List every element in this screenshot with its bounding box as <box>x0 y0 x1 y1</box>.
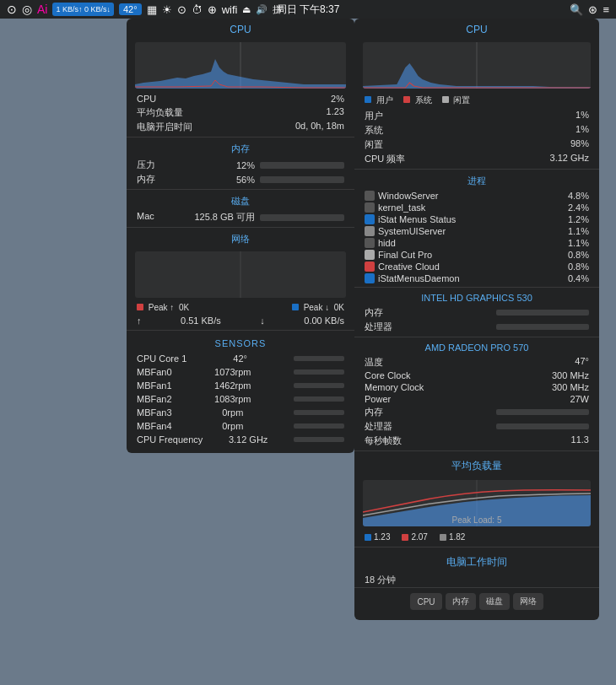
cc-proc-icon <box>365 262 375 272</box>
right-idle-row: 闲置 98% <box>354 138 599 152</box>
process-name-istat: iStat Menus Status <box>365 214 456 224</box>
load-legend-item-2: 1.82 <box>440 532 465 542</box>
uptime-label: 电脑开启时间 <box>137 121 192 133</box>
load-legend-item-1: 2.07 <box>402 532 427 542</box>
process-row-hidd: hidd 1.1% <box>354 237 599 249</box>
process-name-cc: Creative Cloud <box>365 262 440 272</box>
peak-up-value: 0K <box>179 303 189 312</box>
process-value-fcp: 0.8% <box>568 250 589 260</box>
siri-icon[interactable]: ⊛ <box>588 3 597 16</box>
right-sys-row: 系统 1% <box>354 123 599 138</box>
notification-icon[interactable]: ≡ <box>602 3 609 16</box>
menu-icon-1[interactable]: ▦ <box>147 3 157 16</box>
uptime-row: 电脑开启时间 0d, 0h, 18m <box>127 120 354 134</box>
toolbar-btn-memory[interactable]: 内存 <box>446 593 476 610</box>
disk-label: Mac <box>137 211 154 224</box>
activity-icon[interactable]: ◎ <box>22 3 32 16</box>
sensor-row-mbfan4: MBFan4 0rpm <box>127 419 354 433</box>
search-icon[interactable]: 🔍 <box>570 3 583 16</box>
wifi-icon[interactable]: wifi <box>222 3 238 16</box>
sensor-name-mbfan2: MBFan2 <box>137 394 172 404</box>
istatd-icon <box>365 273 375 283</box>
toolbar-btn-network[interactable]: 网络 <box>513 593 543 610</box>
memory-value: 56% <box>236 175 255 185</box>
disk-bar-bg <box>260 214 344 221</box>
net-up-label: ↑ <box>137 316 142 326</box>
sensor-name-mbfan3: MBFan3 <box>137 407 172 418</box>
load-title: 平均负载量 <box>354 454 599 477</box>
sensor-row-mbfan3: MBFan3 0rpm <box>127 406 354 419</box>
windowserver-icon <box>365 191 375 201</box>
sensor-row-cpu-core1: CPU Core 1 42° <box>127 352 354 365</box>
toolbar-btn-disk[interactable]: 磁盘 <box>479 593 510 610</box>
user-legend: 用户 <box>365 94 393 106</box>
peak-label: Peak Load: 5 <box>452 515 502 525</box>
sensor-value-mbfan0: 1073rpm <box>214 367 251 377</box>
sensor-name-cpu-freq: CPU Frequency <box>137 434 203 445</box>
sensor-name-mbfan0: MBFan0 <box>137 367 172 377</box>
menu-icon-4[interactable]: ⏱ <box>192 3 203 16</box>
amd-cpu-row: 处理器 <box>354 419 599 434</box>
eject-icon[interactable]: ⏏ <box>242 4 251 15</box>
memory-row-label: 内存 <box>137 173 155 186</box>
process-name-sysui: SystemUIServer <box>365 226 446 236</box>
fps-row: 每秒帧数 11.3 <box>354 434 599 448</box>
sensor-value-mbfan1: 1462rpm <box>214 380 251 391</box>
uptime-section-title: 电脑工作时间 <box>354 550 599 573</box>
process-name-windowserver: WindowServer <box>365 191 439 201</box>
process-row-cc: Creative Cloud 0.8% <box>354 261 599 272</box>
cc-icon[interactable]: Ai <box>37 3 47 16</box>
toolbar-btn-cpu[interactable]: CPU <box>410 593 441 610</box>
idle-legend: 闲置 <box>442 94 471 106</box>
intel-mem-label: 内存 <box>365 306 383 319</box>
cpu-chart-right <box>363 42 591 89</box>
uptime-display-row: 18 分钟 <box>354 573 599 587</box>
menu-icon-5[interactable]: ⊕ <box>208 3 217 16</box>
right-cpu-title: CPU <box>354 19 599 39</box>
sensor-row-cpu-freq: CPU Frequency 3.12 GHz <box>127 433 354 446</box>
process-name-fcp: Final Cut Pro <box>365 250 432 260</box>
volume-icon[interactable]: 🔊 <box>256 4 267 15</box>
istat-icon[interactable]: ⊙ <box>7 3 17 16</box>
process-value-istat: 1.2% <box>568 214 589 224</box>
sensor-name-mbfan1: MBFan1 <box>137 380 172 391</box>
pressure-value: 12% <box>236 160 255 170</box>
process-row-windowserver: WindowServer 4.8% <box>354 190 599 202</box>
process-value-hidd: 1.1% <box>568 238 589 248</box>
pressure-label: 压力 <box>137 159 155 171</box>
menubar-left: ⊙ ◎ Ai 1 KB/s↑ 0 KB/s↓ 42° ▦ ☀ ⊙ ⏱ ⊕ wif… <box>7 3 282 16</box>
sensor-bar-bg-mbfan1 <box>294 383 344 388</box>
menu-icon-3[interactable]: ⊙ <box>177 3 186 16</box>
process-name-hidd: hidd <box>365 238 396 248</box>
right-user-value: 1% <box>575 110 589 122</box>
disk-title: 磁盘 <box>127 192 354 210</box>
disk-value: 125.8 GB 可用 <box>194 211 255 224</box>
net-up-value: 0.51 KB/s <box>181 316 221 326</box>
sensors-title: SENSORS <box>127 333 354 352</box>
temp-badge[interactable]: 42° <box>119 3 142 15</box>
net-stat-text: 1 KB/s↑ 0 KB/s↓ <box>56 3 111 15</box>
mem-clock-label: Memory Clock <box>365 382 424 392</box>
hidd-icon <box>365 238 375 248</box>
network-stat-badge[interactable]: 1 KB/s↑ 0 KB/s↓ <box>52 3 114 16</box>
sys-legend: 系统 <box>403 94 432 106</box>
cc-label: Creative Cloud <box>378 262 440 272</box>
load-color-2 <box>440 534 446 541</box>
fps-label: 每秒帧数 <box>365 434 402 447</box>
right-user-row: 用户 1% <box>354 109 599 123</box>
net-down-value: 0.00 KB/s <box>304 316 344 326</box>
peak-up-dot <box>137 304 143 310</box>
process-value-cc: 0.8% <box>568 262 589 272</box>
net-stat-row: ↑ 0.51 KB/s ↓ 0.00 KB/s <box>127 314 354 327</box>
menu-icon-2[interactable]: ☀ <box>162 3 172 16</box>
memory-row: 内存 56% <box>127 172 354 186</box>
sensor-row-mbfan1: MBFan1 1462rpm <box>127 379 354 392</box>
cpu-freq-value: 3.12 GHz <box>550 153 589 165</box>
sensor-value-mbfan2: 1083rpm <box>214 394 251 404</box>
sensor-bar-bg-mbfan2 <box>294 396 344 402</box>
amd-temp-row: 温度 47° <box>354 355 599 369</box>
pressure-row: 压力 12% <box>127 158 354 172</box>
avg-load-label: 平均负载量 <box>137 106 183 119</box>
cpu-freq-row: CPU 频率 3.12 GHz <box>354 152 599 166</box>
process-value-windowserver: 4.8% <box>568 191 589 201</box>
